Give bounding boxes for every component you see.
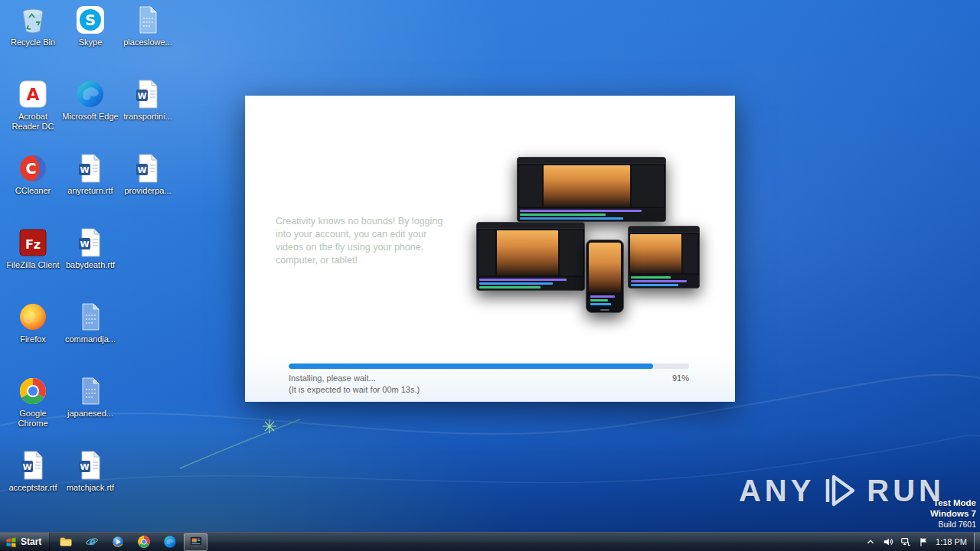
desktop-icon-label: providerpa... xyxy=(124,186,171,196)
anyrun-watermark: ANY RUN xyxy=(739,473,945,508)
taskbar-button-internet-explorer[interactable]: e xyxy=(80,533,103,551)
word-doc-icon: W xyxy=(75,153,106,184)
svg-text:C: C xyxy=(26,160,37,177)
test-mode-label: Test Mode xyxy=(930,497,976,508)
desktop-icon-matchjack-rtf[interactable]: Wmatchjack.rtf xyxy=(62,450,119,493)
acrobat-icon: A xyxy=(18,79,48,109)
os-label: Windows 7 xyxy=(930,508,976,519)
svg-text:W: W xyxy=(137,165,146,175)
show-desktop-button[interactable] xyxy=(974,533,980,551)
word-doc-icon: W xyxy=(75,227,106,258)
svg-text:W: W xyxy=(137,91,146,101)
start-button-label: Start xyxy=(21,536,41,547)
installer-footer: Installing, please wait... (It is expect… xyxy=(245,354,735,402)
taskbar-apps: e xyxy=(54,533,207,551)
start-button[interactable]: Start xyxy=(0,533,50,551)
firefox-icon xyxy=(18,302,48,332)
svg-text:Fz: Fz xyxy=(25,237,41,252)
timeline-clips xyxy=(518,208,665,221)
windows-flag-icon xyxy=(5,536,17,548)
desktop-icon-label: CCleaner xyxy=(15,186,51,196)
timeline-clips xyxy=(586,293,623,307)
desktop-icon-acrobat-reader-dc[interactable]: AAcrobat Reader DC xyxy=(5,79,61,132)
device-mockups xyxy=(476,149,721,348)
mockup-monitor xyxy=(476,222,585,291)
phone-home-indicator xyxy=(586,307,623,312)
desktop-icon-transportini[interactable]: Wtransportini... xyxy=(119,79,176,122)
timeline-clips xyxy=(477,277,584,290)
chrome-icon xyxy=(137,535,151,549)
mockup-phone xyxy=(586,240,624,313)
taskbar-button-google-chrome[interactable] xyxy=(132,533,155,551)
taskbar-button-microsoft-edge[interactable] xyxy=(158,533,181,551)
volume-icon[interactable] xyxy=(882,536,893,548)
desktop-icon-firefox[interactable]: Firefox xyxy=(5,302,61,344)
desktop-icon-microsoft-edge[interactable]: Microsoft Edge xyxy=(62,79,119,122)
word-doc-icon: W xyxy=(132,153,163,184)
filezilla-icon: Fz xyxy=(18,227,48,258)
editor-screen xyxy=(477,223,584,290)
taskbar-button-media-player[interactable] xyxy=(106,533,129,551)
chrome-icon xyxy=(18,376,48,406)
anyrun-play-logo-icon xyxy=(821,473,861,508)
desktop-icon-filezilla-client[interactable]: FzFileZilla Client xyxy=(5,227,61,270)
timeline-clips xyxy=(629,275,699,288)
word-doc-icon: W xyxy=(18,450,48,481)
network-icon[interactable] xyxy=(900,536,911,548)
wmp-icon xyxy=(111,535,125,549)
desktop-icon-skype[interactable]: SSkype xyxy=(62,5,119,47)
progress-fill xyxy=(289,364,653,369)
generic-file-icon xyxy=(132,5,163,35)
desktop-icon-label: Firefox xyxy=(20,334,46,344)
status-primary: Installing, please wait... xyxy=(289,373,420,384)
mockup-tablet xyxy=(628,226,700,289)
sunset-preview xyxy=(589,243,621,293)
desktop-icon-label: babydeath.rtf xyxy=(66,260,115,270)
svg-text:W: W xyxy=(80,240,89,249)
desktop-icon-placeslowe[interactable]: placeslowe... xyxy=(119,5,176,47)
installer-icon xyxy=(189,535,203,549)
progress-percent-label: 91% xyxy=(672,373,689,383)
system-tray xyxy=(860,533,929,551)
system-build-info: Test Mode Windows 7 Build 7601 xyxy=(930,497,976,530)
taskbar-button-windows-explorer[interactable] xyxy=(54,533,77,551)
desktop-icon-label: transportini... xyxy=(123,112,172,122)
desktop-icon-acceptstar-rtf[interactable]: Wacceptstar.rtf xyxy=(5,450,61,493)
sunset-preview xyxy=(630,234,681,273)
progress-bar xyxy=(289,364,689,369)
desktop-icon-commandja[interactable]: commandja... xyxy=(62,302,119,344)
sunset-preview xyxy=(497,230,558,276)
generic-file-icon xyxy=(75,302,106,332)
sunset-preview xyxy=(544,165,630,207)
taskbar-clock[interactable]: 1:18 PM xyxy=(929,537,974,546)
desktop-icon-label: Google Chrome xyxy=(5,409,61,429)
svg-text:S: S xyxy=(85,11,96,28)
desktop-icon-label: Acrobat Reader DC xyxy=(5,112,61,132)
installer-description: Creativity knows no bounds! By logging i… xyxy=(276,215,446,267)
desktop-icon-label: placeslowe... xyxy=(123,37,172,47)
installer-copy: Cross-Platform Editing Creativity knows … xyxy=(276,184,446,267)
editor-screen xyxy=(629,227,699,288)
desktop-icon-recycle-bin[interactable]: Recycle Bin xyxy=(5,5,61,47)
desktop-icon-ccleaner[interactable]: CCCleaner xyxy=(5,153,61,196)
desktop-icon-google-chrome[interactable]: Google Chrome xyxy=(5,376,61,429)
hidden-icons-chevron-icon[interactable] xyxy=(864,536,876,548)
editor-screen xyxy=(518,158,665,221)
watermark-brand-right: RUN xyxy=(867,474,945,508)
taskbar-button-installer-running[interactable] xyxy=(184,533,207,551)
edge-icon xyxy=(163,535,177,549)
word-doc-icon: W xyxy=(132,79,163,109)
build-label: Build 7601 xyxy=(930,519,976,530)
desktop-icon-label: acceptstar.rtf xyxy=(9,483,57,493)
desktop-icon-japanesed[interactable]: japanesed... xyxy=(62,376,119,419)
desktop-icon-label: japanesed... xyxy=(67,409,113,419)
ccleaner-icon: C xyxy=(18,153,48,184)
svg-text:W: W xyxy=(22,462,31,472)
desktop-icon-label: matchjack.rtf xyxy=(67,483,114,493)
desktop-icon-providerpa[interactable]: Wproviderpa... xyxy=(119,153,176,196)
folder-icon xyxy=(59,535,73,549)
desktop-icon-anyreturn-rtf[interactable]: Wanyreturn.rtf xyxy=(62,153,119,196)
action-center-flag-icon[interactable] xyxy=(917,536,929,548)
desktop-icon-babydeath-rtf[interactable]: Wbabydeath.rtf xyxy=(62,227,119,270)
edge-icon xyxy=(75,79,106,109)
